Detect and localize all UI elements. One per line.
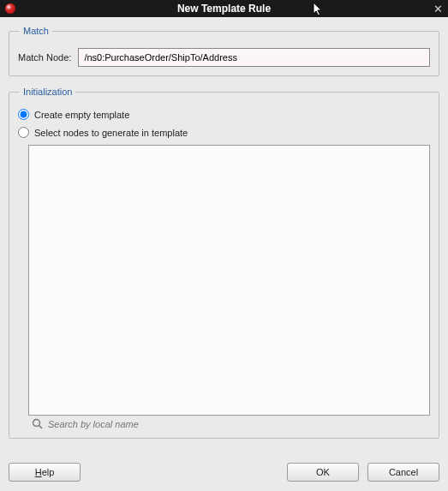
svg-line-1 — [39, 426, 43, 429]
window-title: New Template Rule — [0, 3, 448, 15]
match-node-input[interactable] — [78, 48, 430, 67]
radio-create-empty-input[interactable] — [18, 109, 29, 120]
match-legend: Match — [20, 26, 52, 36]
node-tree[interactable] — [28, 145, 430, 416]
dialog-content: Match Match Node: Initialization Create … — [0, 17, 448, 458]
initialization-group: Initialization Create empty template Sel… — [9, 87, 439, 439]
help-button[interactable]: Help — [9, 463, 81, 482]
help-rest: elp — [42, 467, 55, 477]
button-spacer — [89, 463, 278, 482]
radio-create-empty-label: Create empty template — [34, 110, 129, 120]
titlebar: New Template Rule ✕ — [0, 0, 448, 17]
button-bar: Help OK Cancel — [0, 458, 448, 490]
search-input[interactable] — [48, 419, 427, 429]
radio-select-nodes[interactable]: Select nodes to generate in template — [18, 127, 430, 138]
initialization-legend: Initialization — [20, 87, 75, 97]
cancel-button[interactable]: Cancel — [367, 463, 439, 482]
ok-button[interactable]: OK — [287, 463, 359, 482]
radio-select-nodes-label: Select nodes to generate in template — [34, 128, 188, 138]
match-node-label: Match Node: — [18, 52, 71, 63]
radio-select-nodes-input[interactable] — [18, 127, 29, 138]
svg-point-0 — [33, 420, 40, 427]
match-group: Match Match Node: — [9, 26, 439, 76]
search-row — [28, 416, 430, 429]
search-icon — [32, 418, 43, 429]
radio-create-empty[interactable]: Create empty template — [18, 109, 430, 120]
close-icon[interactable]: ✕ — [433, 3, 443, 15]
